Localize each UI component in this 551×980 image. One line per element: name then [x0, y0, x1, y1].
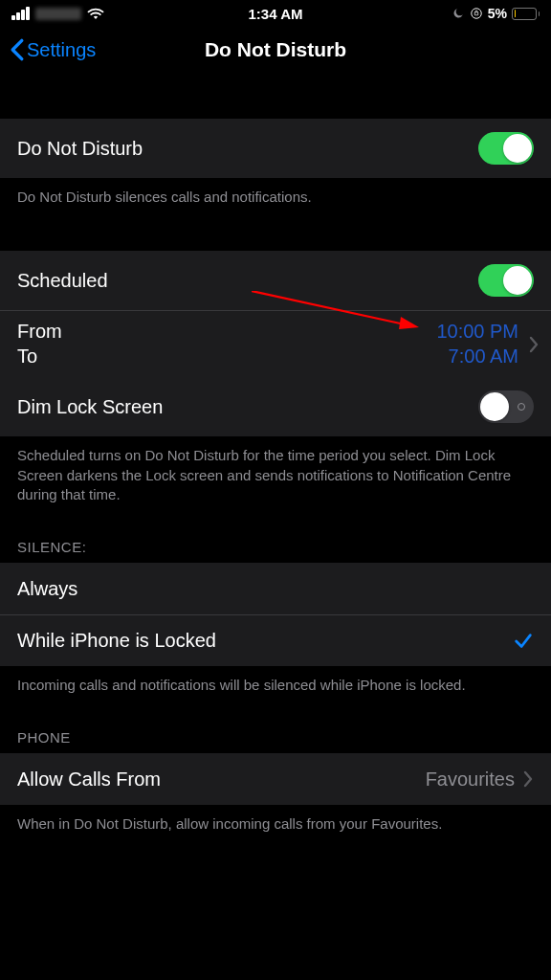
silence-locked-cell[interactable]: While iPhone is Locked — [0, 614, 551, 666]
nav-bar: Settings Do Not Disturb — [0, 27, 551, 73]
scheduled-toggle[interactable] — [478, 264, 534, 297]
scheduled-cell: Scheduled — [0, 251, 551, 310]
from-time: 10:00 PM — [436, 321, 518, 343]
back-label: Settings — [27, 39, 96, 61]
svg-point-0 — [472, 9, 482, 19]
dim-lock-toggle[interactable] — [478, 390, 534, 423]
silence-footer: Incoming calls and notifications will be… — [0, 666, 551, 712]
silence-header: SILENCE: — [0, 522, 551, 563]
silence-always-cell[interactable]: Always — [0, 563, 551, 614]
time-labels: From To — [17, 321, 62, 368]
scheduled-label: Scheduled — [17, 270, 108, 292]
svg-marker-2 — [399, 317, 419, 329]
silence-always-label: Always — [17, 578, 77, 600]
checkmark-icon — [513, 631, 534, 652]
silence-locked-label: While iPhone is Locked — [17, 630, 216, 652]
from-label: From — [17, 321, 62, 343]
carrier-name — [35, 8, 81, 20]
chevron-right-icon — [522, 769, 534, 789]
dnd-toggle[interactable] — [478, 132, 534, 165]
signal-icon — [11, 7, 30, 20]
battery-percent: 5% — [488, 6, 507, 21]
dim-lock-cell: Dim Lock Screen — [0, 377, 551, 436]
status-right: 5% — [452, 6, 540, 21]
status-bar: 1:34 AM 5% — [0, 0, 551, 27]
page-title: Do Not Disturb — [205, 38, 346, 61]
time-values: 10:00 PM 7:00 AM — [436, 321, 518, 368]
dnd-footer: Do Not Disturb silences calls and notifi… — [0, 178, 551, 224]
phone-header: PHONE — [0, 712, 551, 753]
dim-lock-label: Dim Lock Screen — [17, 396, 163, 418]
schedule-time-cell[interactable]: From To 10:00 PM 7:00 AM — [0, 310, 551, 377]
dnd-cell: Do Not Disturb — [0, 119, 551, 178]
moon-icon — [452, 7, 465, 20]
dim-footer: Scheduled turns on Do Not Disturb for th… — [0, 436, 551, 522]
allow-calls-value: Favourites — [426, 768, 515, 791]
status-left — [11, 7, 104, 20]
status-time: 1:34 AM — [249, 6, 303, 22]
back-button[interactable]: Settings — [10, 38, 96, 61]
chevron-left-icon — [10, 38, 25, 61]
to-time: 7:00 AM — [449, 345, 518, 368]
allow-calls-cell[interactable]: Allow Calls From Favourites — [0, 753, 551, 805]
battery-icon — [512, 8, 540, 20]
phone-footer: When in Do Not Disturb, allow incoming c… — [0, 805, 551, 851]
allow-calls-label: Allow Calls From — [17, 768, 161, 791]
wifi-icon — [87, 7, 104, 20]
orientation-lock-icon — [470, 7, 483, 20]
to-label: To — [17, 345, 62, 368]
chevron-right-icon — [528, 335, 540, 354]
dnd-label: Do Not Disturb — [17, 138, 143, 160]
